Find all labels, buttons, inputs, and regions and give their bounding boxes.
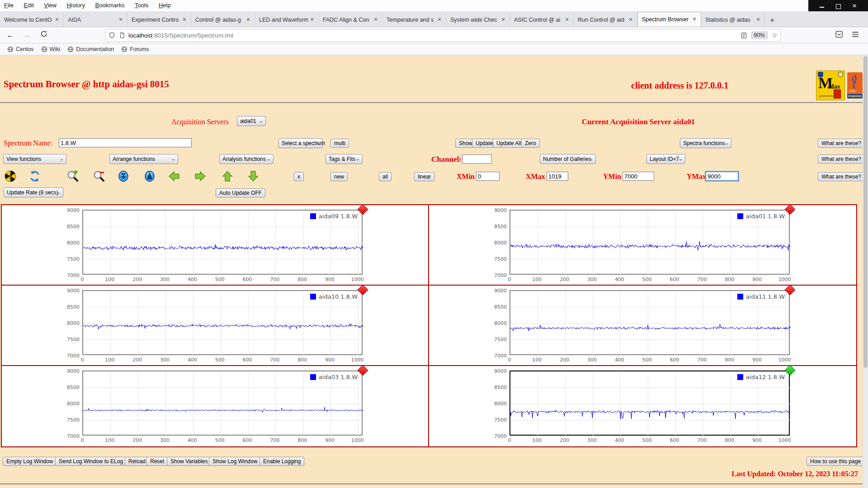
tab-close-icon[interactable]: ✕	[627, 16, 634, 23]
midas-logo[interactable]: Midas powered by	[816, 70, 845, 100]
tab-control-aidas[interactable]: Control @ aidas-g✕	[191, 13, 255, 27]
tags-fits-dropdown[interactable]: Tags & Fits⌄	[326, 154, 363, 164]
what-are-these-button-2[interactable]: What are these?	[818, 155, 865, 164]
spectra-functions-dropdown[interactable]: Spectra functions⌄	[680, 138, 731, 148]
url-bar[interactable]: localhost:8015/Spectrum/Spectrum.tml 90%…	[105, 29, 781, 42]
tab-asic-control[interactable]: ASIC Control @ ai✕	[510, 13, 574, 27]
spectrum-plot-aida01[interactable]: aida01 1.8.W	[509, 210, 790, 275]
expand-y-icon[interactable]	[144, 170, 156, 182]
spectrum-panel-aida12[interactable]: 90008500800075007000aida12 1.8.W01002003…	[429, 366, 856, 446]
menu-file[interactable]: File	[0, 0, 18, 10]
menu-tools[interactable]: Tools	[131, 0, 152, 10]
tab-close-icon[interactable]: ✕	[181, 16, 188, 23]
pan-up-icon[interactable]	[222, 170, 233, 182]
zoom-level-badge[interactable]: 90%	[751, 31, 768, 39]
spectrum-panel-aida09[interactable]: 90008500800075007000aida09 1.8.W01002003…	[2, 205, 429, 286]
bookmark-wiki[interactable]: Wiki	[41, 46, 61, 52]
tab-led-waveform[interactable]: LED and Waveform✕	[255, 13, 319, 27]
new-button[interactable]: new	[330, 172, 348, 181]
maximize-icon[interactable]	[835, 3, 841, 9]
tab-close-icon[interactable]: ✕	[691, 16, 698, 23]
analysis-functions-dropdown[interactable]: Analysis functions⌄	[219, 154, 274, 164]
update-all-button[interactable]: Update All	[493, 139, 525, 148]
tab-experiment-control[interactable]: Experiment Contro✕	[127, 13, 191, 27]
spectrum-name-input[interactable]	[59, 138, 192, 147]
bookmark-centos[interactable]: Centos	[7, 46, 34, 52]
spectrum-plot-aida03[interactable]: aida03 1.8.W	[82, 371, 363, 436]
what-are-these-button-3[interactable]: What are these?	[818, 172, 865, 181]
pocket-icon[interactable]	[835, 30, 844, 41]
spectrum-plot-aida09[interactable]: aida09 1.8.W	[82, 210, 363, 275]
tab-temperature[interactable]: Temperature and s✕	[382, 13, 446, 27]
menu-view[interactable]: View	[40, 0, 61, 10]
zero-button[interactable]: Zero	[521, 139, 540, 148]
zoom-in-icon[interactable]	[67, 170, 79, 182]
radiation-icon[interactable]	[5, 170, 16, 182]
tab-close-icon[interactable]: ✕	[53, 16, 61, 23]
reset-button[interactable]: Reset	[146, 457, 168, 466]
zoom-out-icon[interactable]	[93, 170, 105, 182]
send-log-window-button[interactable]: Send Log Window to ELog	[55, 457, 127, 466]
tab-close-icon[interactable]: ✕	[245, 16, 252, 23]
tab-close-icon[interactable]: ✕	[755, 16, 762, 23]
tcl-powered-logo[interactable]: TCL POWERED	[847, 72, 863, 99]
pan-left-icon[interactable]	[168, 170, 180, 182]
bookmark-star-icon[interactable]: ☆	[772, 31, 778, 39]
pan-right-icon[interactable]	[194, 170, 206, 182]
arrange-functions-dropdown[interactable]: Arrange functions⌄	[109, 154, 178, 164]
channel-input[interactable]	[462, 155, 492, 164]
select-spectrum-dropdown[interactable]: Select a spectrum⌄	[278, 138, 323, 148]
tab-close-icon[interactable]: ✕	[372, 16, 379, 23]
pan-down-icon[interactable]	[247, 170, 259, 182]
tab-run-control[interactable]: Run Control @ aid✕	[574, 13, 637, 27]
show-variables-button[interactable]: Show Variables	[167, 457, 212, 466]
close-icon[interactable]: ✕	[852, 3, 857, 9]
linear-button[interactable]: linear	[414, 172, 434, 181]
tab-spectrum-browser[interactable]: Spectrum Browser✕	[637, 12, 701, 27]
scrollbar-thumb[interactable]	[863, 56, 868, 368]
new-tab-button[interactable]: +	[766, 14, 778, 27]
spectrum-plot-aida12[interactable]: aida12 1.8.W	[509, 371, 790, 436]
reload-button[interactable]: Reload	[125, 457, 149, 466]
ymin-input[interactable]	[623, 172, 654, 181]
tab-close-icon[interactable]: ✕	[500, 16, 507, 23]
tab-system-wide-check[interactable]: System wide Chec✕	[446, 13, 510, 27]
layout-id-dropdown[interactable]: Layout ID=7⌄	[646, 154, 685, 164]
tab-aida[interactable]: AIDA✕	[64, 13, 127, 27]
auto-update-button[interactable]: Auto Update OFF	[216, 188, 265, 197]
refresh-icon[interactable]	[29, 170, 41, 182]
back-icon[interactable]: ←	[5, 29, 16, 41]
show-log-window-button[interactable]: Show Log Window	[209, 457, 261, 466]
how-to-use-button[interactable]: How to use this page	[807, 457, 864, 466]
scrollbar[interactable]	[863, 55, 868, 488]
what-are-these-button-1[interactable]: What are these?	[818, 139, 865, 148]
menu-edit[interactable]: Edit	[19, 0, 38, 10]
bookmark-forums[interactable]: Forums	[121, 46, 149, 52]
menu-history[interactable]: History	[63, 0, 89, 10]
menu-hamburger-icon[interactable]	[851, 30, 860, 41]
tab-close-icon[interactable]: ✕	[436, 16, 443, 23]
number-of-galleries-dropdown[interactable]: Number of Galleries⌄	[540, 154, 596, 164]
multi-button[interactable]: multi	[330, 139, 349, 148]
tab-close-icon[interactable]: ✕	[308, 16, 316, 23]
reader-view-icon[interactable]	[741, 32, 747, 39]
spectrum-panel-aida01[interactable]: 90008500800075007000aida01 1.8.W01002003…	[429, 205, 856, 286]
spectrum-plot-aida10[interactable]: aida10 1.8.W	[82, 290, 363, 355]
menu-bookmarks[interactable]: Bookmarks	[91, 0, 129, 10]
spectrum-panel-aida10[interactable]: 90008500800075007000aida10 1.8.W01002003…	[2, 286, 429, 366]
tab-statistics[interactable]: Statistics @ aidas✕	[701, 13, 765, 27]
spectrum-plot-aida11[interactable]: aida11 1.8.W	[509, 290, 790, 355]
all-button[interactable]: all	[379, 172, 392, 181]
spectrum-panel-aida03[interactable]: 90008500800075007000aida03 1.8.W01002003…	[2, 366, 429, 446]
reload-icon[interactable]	[38, 29, 50, 41]
spectrum-panel-aida11[interactable]: 90008500800075007000aida11 1.8.W01002003…	[429, 286, 856, 366]
tab-close-icon[interactable]: ✕	[563, 16, 571, 23]
empty-log-window-button[interactable]: Empty Log Window	[3, 457, 57, 466]
ymax-input[interactable]	[706, 172, 738, 181]
view-functions-dropdown[interactable]: View functions⌄	[3, 154, 66, 164]
tab-fadc-align[interactable]: FADC Align & Con✕	[319, 13, 382, 27]
collapse-y-icon[interactable]	[118, 170, 129, 182]
tab-welcome-centos[interactable]: Welcome to CentO✕	[0, 13, 64, 27]
bookmark-documentation[interactable]: Documentation	[67, 46, 114, 52]
xmin-input[interactable]	[476, 172, 500, 181]
